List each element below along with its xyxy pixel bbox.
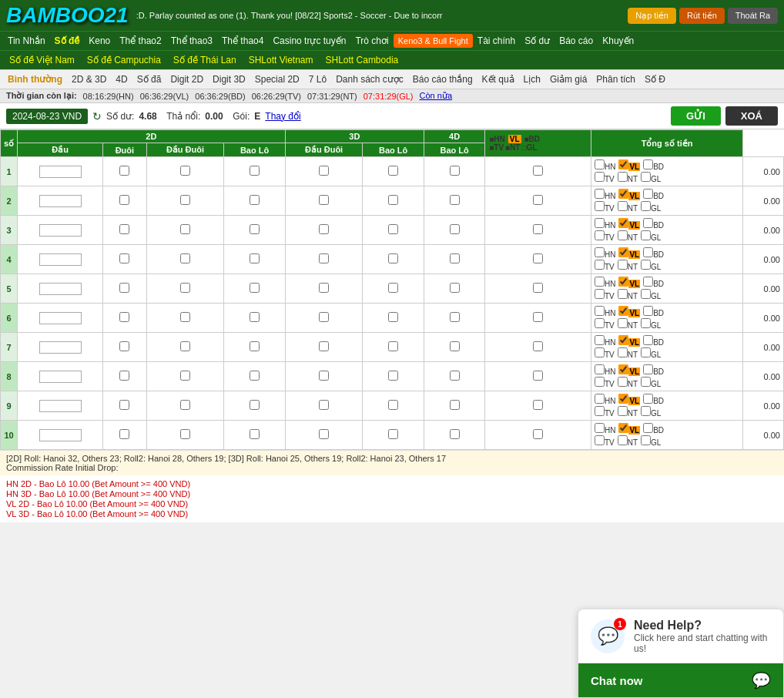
duoi-cb-cell[interactable] [146,391,224,421]
bao-lo-3d-cb-cell[interactable] [424,157,484,186]
dau-cb[interactable] [119,429,129,439]
gl-cb[interactable] [641,318,651,328]
bao-lo-4d-cb[interactable] [533,253,543,263]
bao-lo-3d-cb[interactable] [450,253,460,263]
duoi-cb[interactable] [180,224,190,234]
hn-cb[interactable] [595,394,605,404]
bao-lo-3d-cb-cell[interactable] [424,245,484,274]
dau-duoi-cb[interactable] [250,195,260,205]
nav-so-du[interactable]: Số dư [520,33,554,49]
dau-cb[interactable] [119,400,129,410]
duoi-cb[interactable] [180,371,190,381]
bet-2d-3d[interactable]: 2D & 3D [67,72,111,87]
number-input-cell[interactable] [18,421,103,450]
bao-lo-2d-cb[interactable] [319,166,329,176]
duoi-cb[interactable] [180,400,190,410]
bao-lo-3d-cb-cell[interactable] [424,421,484,450]
bet-danh-sach[interactable]: Danh sách cược [331,72,408,87]
bao-lo-2d-cb-cell[interactable] [285,362,363,391]
duoi-cb-cell[interactable] [146,157,224,186]
dau-cb[interactable] [119,341,129,351]
bao-lo-3d-cb-cell[interactable] [424,333,484,362]
hn-cb[interactable] [595,218,605,228]
time-more[interactable]: Còn nữa [420,91,452,101]
tv-cb[interactable] [595,230,605,240]
number-input[interactable] [39,195,82,207]
bd-cb[interactable] [643,394,653,404]
nav-keno[interactable]: Keno [84,33,115,49]
dau-cb-cell[interactable] [103,186,146,216]
dau-cb[interactable] [119,312,129,322]
dau-duoi-3d-cb[interactable] [388,341,398,351]
bao-lo-2d-cb-cell[interactable] [285,333,363,362]
bao-lo-4d-cb-cell[interactable] [485,304,591,333]
bao-lo-4d-cb-cell[interactable] [485,421,591,450]
gl-cb[interactable] [641,260,651,270]
region-cell[interactable]: HN VL BD TV NT GL [591,333,742,362]
dau-duoi-cb-cell[interactable] [224,421,285,450]
change-link[interactable]: Thay đổi [265,111,300,122]
duoi-cb[interactable] [180,195,190,205]
dau-duoi-3d-cb[interactable] [388,166,398,176]
dau-duoi-cb[interactable] [250,283,260,293]
dau-duoi-3d-cb-cell[interactable] [363,304,424,333]
dau-duoi-cb-cell[interactable] [224,304,285,333]
bd-cb[interactable] [643,189,653,199]
bao-lo-2d-cb[interactable] [319,195,329,205]
number-input-cell[interactable] [18,245,103,274]
number-input[interactable] [39,253,82,266]
dau-duoi-3d-cb-cell[interactable] [363,216,424,245]
dau-duoi-3d-cb[interactable] [388,224,398,234]
number-input-cell[interactable] [18,216,103,245]
nav-tin-nhan[interactable]: Tin Nhắn [3,33,50,49]
tv-cb[interactable] [595,435,605,445]
bao-lo-3d-cb-cell[interactable] [424,216,484,245]
dau-cb-cell[interactable] [103,391,146,421]
nap-tien-button[interactable]: Nạp tiền [628,8,676,24]
bao-lo-4d-cb[interactable] [533,312,543,322]
region-cell[interactable]: HN VL BD TV NT GL [591,274,742,304]
dau-duoi-cb-cell[interactable] [224,391,285,421]
bao-lo-3d-cb-cell[interactable] [424,391,484,421]
region-cell[interactable]: HN VL BD TV NT GL [591,391,742,421]
bet-special-2d[interactable]: Special 2D [250,72,304,87]
vl-cb[interactable] [618,159,628,169]
hn-cb[interactable] [595,364,605,374]
hn-cb[interactable] [595,247,605,257]
tv-cb[interactable] [595,318,605,328]
nt-cb[interactable] [618,172,628,182]
nt-cb[interactable] [618,201,628,211]
nav-the-thao4[interactable]: Thể thao4 [217,33,268,49]
bao-lo-2d-cb-cell[interactable] [285,186,363,216]
region-cell[interactable]: HN VL BD TV NT GL [591,245,742,274]
bao-lo-4d-cb[interactable] [533,400,543,410]
bao-lo-3d-cb[interactable] [450,400,460,410]
duoi-cb-cell[interactable] [146,186,224,216]
bao-lo-2d-cb[interactable] [319,283,329,293]
bao-lo-3d-cb[interactable] [450,224,460,234]
bao-lo-2d-cb-cell[interactable] [285,216,363,245]
bao-lo-2d-cb[interactable] [319,429,329,439]
bao-lo-3d-cb[interactable] [450,312,460,322]
hn-cb[interactable] [595,189,605,199]
number-input-cell[interactable] [18,391,103,421]
dau-cb-cell[interactable] [103,304,146,333]
thoat-ra-button[interactable]: Thoát Ra [728,8,778,24]
nav-khuyen[interactable]: Khuyến [598,33,638,49]
nav-the-thao3[interactable]: Thể thao3 [166,33,217,49]
bao-lo-3d-cb-cell[interactable] [424,274,484,304]
bao-lo-3d-cb[interactable] [450,341,460,351]
dau-duoi-3d-cb[interactable] [388,429,398,439]
bao-lo-2d-cb[interactable] [319,312,329,322]
dau-duoi-cb[interactable] [250,429,260,439]
sub-nav-viet-nam[interactable]: Số đề Việt Nam [3,52,81,68]
bao-lo-2d-cb-cell[interactable] [285,391,363,421]
vl-cb[interactable] [618,423,628,433]
dau-cb[interactable] [119,195,129,205]
dau-duoi-3d-cb-cell[interactable] [363,157,424,186]
sub-nav-campuchia[interactable]: Số đề Campuchia [81,52,167,68]
nav-tro-choi[interactable]: Trò chơi [350,33,393,49]
dau-duoi-3d-cb-cell[interactable] [363,274,424,304]
xoa-button[interactable]: XOÁ [725,106,778,126]
gl-cb[interactable] [641,406,651,416]
